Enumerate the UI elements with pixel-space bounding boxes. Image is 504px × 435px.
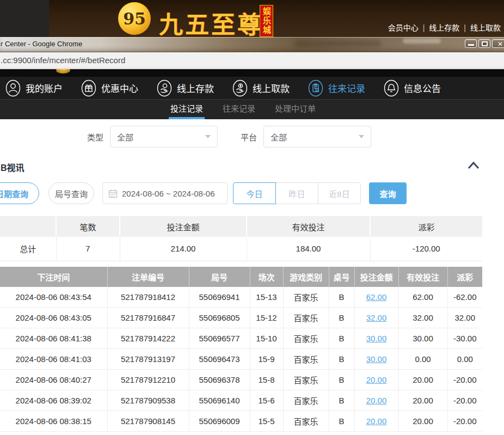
window-minimize-button[interactable] [465, 39, 477, 48]
valid-bet: 32.00 [398, 308, 447, 328]
valid-bet: 0.00 [398, 349, 447, 370]
bet-amount-link[interactable]: 20.00 [366, 416, 387, 426]
platform-select-value: 全部 [271, 131, 287, 143]
quick-range-group: 今日 昨日 近8日 [233, 182, 361, 204]
chevron-up-icon [467, 161, 480, 170]
game-type: 百家乐 [283, 411, 329, 432]
quick-button-yesterday[interactable]: 昨日 [275, 182, 318, 204]
bet-amount-link[interactable]: 62.00 [366, 292, 387, 302]
nav-item-announcements[interactable]: 信息公告 [384, 79, 441, 97]
table-id: B [329, 308, 354, 328]
logo-sliver [56, 69, 70, 73]
brand-logo-icon: 95 [118, 2, 151, 35]
round-query-button[interactable]: 局号查询 [48, 182, 94, 204]
summary-header-valid-bet: 有效投注 [247, 216, 370, 237]
table-id: B [329, 390, 354, 411]
bet-amount-cell: 30.00 [354, 349, 398, 370]
column-header: 投注金额 [354, 267, 398, 287]
quick-button-today[interactable]: 今日 [233, 182, 276, 204]
search-button[interactable]: 查询 [369, 182, 407, 204]
record-tabs: 投注记录 往来记录 处理中订单 [0, 100, 504, 119]
summary-table: 笔数 投注金额 有效投注 派彩 总计 7 214.00 184.00 -120.… [0, 216, 482, 261]
tab-bet-records[interactable]: 投注记录 [170, 100, 203, 119]
bet-amount-cell: 62.00 [354, 287, 398, 308]
column-header: 下注时间 [0, 267, 107, 287]
valid-bet: 62.00 [398, 287, 447, 308]
window-maximize-button[interactable] [478, 39, 490, 48]
round-id: 550696577 [189, 328, 250, 349]
payout: -30.00 [447, 328, 482, 349]
chevron-down-icon [205, 135, 211, 138]
nav-item-promotions[interactable]: 优惠中心 [81, 79, 138, 97]
table-id: B [329, 328, 354, 349]
tab-pending-orders[interactable]: 处理中订单 [275, 100, 316, 119]
titlebar-glass-blur [294, 40, 381, 47]
order-id: 521787916847 [107, 308, 189, 328]
round-id: 550696140 [189, 390, 250, 411]
bet-amount-link[interactable]: 20.00 [366, 375, 387, 384]
payout: 0.00 [447, 349, 482, 370]
header-link-deposit[interactable]: 线上存款 [429, 23, 459, 32]
site-header: 95 九五至尊 娱乐城 会员中心|线上存款|线上取款 [0, 0, 504, 37]
titlebar-glass-blur [403, 38, 441, 44]
nav-item-online-withdraw[interactable]: 线上取款 [232, 79, 290, 97]
brand-title: 九五至尊 [159, 5, 263, 37]
bet-amount-link[interactable]: 30.00 [366, 334, 387, 343]
close-icon: ✕ [497, 40, 503, 48]
table-row: 2024-08-06 08:41:03521787913197550696473… [0, 349, 482, 370]
valid-bet: 30.00 [398, 328, 447, 349]
type-filter-label: 类型 [87, 131, 103, 143]
quick-button-last8days[interactable]: 近8日 [318, 182, 361, 204]
collapse-section-button[interactable] [467, 161, 480, 173]
minimize-icon [468, 44, 474, 46]
summary-header-empty [0, 216, 56, 237]
bet-table: 下注时间注单编号局号场次游戏类别桌号投注金额有效投注派彩 2024-08-06 … [0, 267, 482, 432]
game-type: 百家乐 [283, 328, 329, 349]
order-id: 521787908145 [107, 411, 189, 432]
browser-url-bar[interactable]: .cc:9900/infe/mcenter/#/betRecord [0, 52, 504, 69]
summary-total-row: 总计 7 214.00 184.00 -120.00 [0, 237, 482, 261]
link-separator: | [464, 23, 466, 32]
tab-transaction-records[interactable]: 往来记录 [223, 100, 255, 119]
payout: -20.00 [447, 370, 482, 390]
game-type: 百家乐 [283, 308, 329, 328]
bet-amount-link[interactable]: 30.00 [366, 354, 387, 364]
window-titlebar[interactable]: r Center - Google Chrome ✕ [0, 37, 504, 52]
bet-amount-link[interactable]: 20.00 [366, 396, 387, 405]
url-text: .cc:9900/infe/mcenter/#/betRecord [0, 56, 125, 65]
bet-time: 2024-08-06 08:41:03 [0, 349, 107, 370]
platform-select[interactable]: 全部 [263, 126, 371, 148]
table-row: 2024-08-06 08:40:27521787912210550696378… [0, 370, 482, 390]
nav-item-transaction-records[interactable]: 往来记录 [308, 79, 365, 97]
bet-amount-link[interactable]: 32.00 [366, 313, 387, 322]
summary-total-label: 总计 [0, 237, 56, 261]
bet-table-body: 2024-08-06 08:43:54521787918412550696941… [0, 287, 482, 432]
payout: 32.00 [447, 308, 482, 328]
table-row: 2024-08-06 08:43:05521787916847550696805… [0, 308, 482, 328]
filter-row: 类型 全部 平台 全部 [0, 126, 504, 148]
bell-icon [384, 79, 399, 97]
bet-time: 2024-08-06 08:39:02 [0, 390, 107, 411]
nav-item-my-account[interactable]: 我的账户 [5, 79, 63, 97]
column-header: 局号 [189, 267, 250, 287]
nav-item-online-deposit[interactable]: 线上存款 [157, 79, 214, 97]
user-icon [5, 79, 21, 97]
main-nav: 我的账户 优惠中心 线上存款 线上取款 [0, 77, 504, 100]
round-id: 550696378 [189, 370, 250, 390]
content-area: 类型 全部 平台 全部 B视讯 日期查询 局号查询 [0, 119, 504, 435]
date-range-input[interactable]: 2024-08-06 ~ 2024-08-06 [102, 182, 228, 204]
valid-bet: 20.00 [398, 370, 447, 390]
date-query-button[interactable]: 日期查询 [0, 182, 39, 204]
chevron-down-icon [359, 135, 364, 138]
withdraw-icon [232, 79, 248, 97]
type-select[interactable]: 全部 [110, 126, 218, 148]
header-link-withdraw[interactable]: 线上取款 [470, 23, 501, 32]
window-close-button[interactable]: ✕ [492, 39, 504, 48]
session: 15-13 [250, 287, 283, 308]
column-header: 注单编号 [107, 267, 189, 287]
header-link-member-center[interactable]: 会员中心 [388, 23, 419, 32]
order-id: 521787912210 [107, 370, 189, 390]
column-header: 有效投注 [398, 267, 447, 287]
round-id: 550696941 [189, 287, 250, 308]
summary-count-value: 7 [56, 237, 120, 261]
